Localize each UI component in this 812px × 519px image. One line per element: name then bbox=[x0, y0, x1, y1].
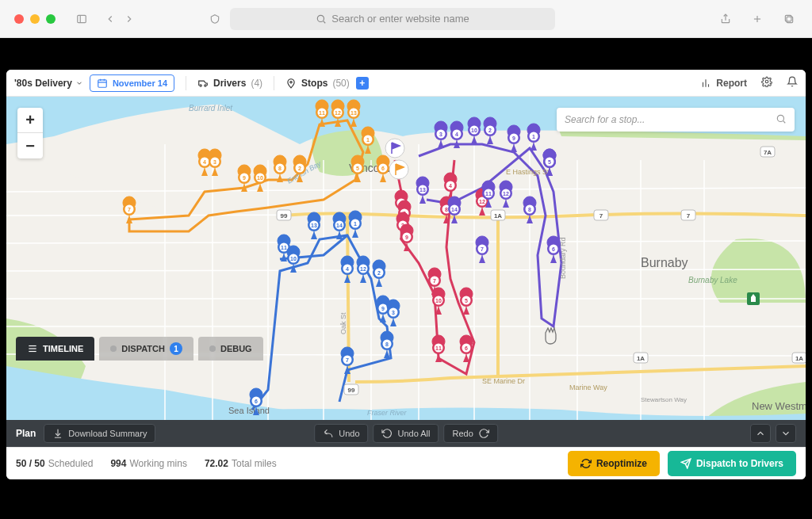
expand-button[interactable] bbox=[776, 424, 796, 443]
new-tab-icon[interactable] bbox=[749, 10, 766, 28]
svg-text:2: 2 bbox=[298, 166, 301, 171]
map-label: Burrard Inlet bbox=[189, 104, 233, 113]
svg-text:99: 99 bbox=[281, 212, 288, 219]
depot-flag[interactable] bbox=[385, 139, 404, 158]
tab-debug[interactable]: DEBUG bbox=[198, 337, 263, 361]
dot-icon bbox=[110, 345, 117, 352]
undo-all-icon bbox=[382, 428, 393, 439]
map-label: Fraser River bbox=[367, 409, 408, 417]
svg-point-217 bbox=[777, 115, 783, 121]
map-canvas[interactable]: Burnaby Burnaby Lake New Westminster Sea… bbox=[6, 97, 806, 420]
chevron-up-icon bbox=[755, 428, 766, 439]
stop-search-input[interactable]: Search for a stop... bbox=[557, 108, 795, 132]
svg-text:8: 8 bbox=[278, 166, 282, 171]
dispatch-button[interactable]: Dispatch to Drivers bbox=[668, 451, 796, 476]
add-stop-button[interactable]: + bbox=[356, 77, 369, 90]
tab-dispatch-badge: 1 bbox=[170, 342, 182, 355]
nav-forward-icon[interactable] bbox=[121, 10, 138, 28]
undo-all-label: Undo All bbox=[398, 429, 431, 438]
stops-label: Stops bbox=[301, 78, 327, 89]
stop-search-placeholder: Search for a stop... bbox=[565, 114, 645, 125]
svg-text:5: 5 bbox=[548, 159, 551, 165]
nav-back-icon[interactable] bbox=[102, 10, 119, 28]
svg-text:8: 8 bbox=[528, 207, 531, 212]
svg-text:10: 10 bbox=[290, 256, 297, 261]
footer-bar: 50 / 50Scheduled 994Working mins 72.02To… bbox=[6, 447, 806, 479]
map-label: Burnaby bbox=[641, 256, 688, 269]
shield-icon[interactable] bbox=[206, 10, 224, 28]
chevron-down-icon bbox=[75, 79, 83, 87]
svg-rect-8 bbox=[785, 15, 791, 21]
chevron-down-icon bbox=[780, 428, 791, 439]
notifications-button[interactable] bbox=[787, 76, 798, 90]
svg-point-2 bbox=[318, 15, 324, 21]
tabs-overview-icon[interactable] bbox=[780, 10, 798, 28]
svg-line-218 bbox=[783, 120, 786, 123]
window-close[interactable] bbox=[14, 14, 24, 24]
map-label: E Hastings St bbox=[506, 168, 550, 176]
tab-dispatch[interactable]: DISPATCH 1 bbox=[99, 337, 193, 361]
send-icon bbox=[680, 458, 691, 469]
svg-text:6: 6 bbox=[381, 166, 385, 171]
date-label: November 14 bbox=[113, 78, 167, 88]
svg-point-14 bbox=[205, 84, 206, 86]
svg-rect-7 bbox=[787, 17, 793, 23]
settings-button[interactable] bbox=[761, 76, 772, 90]
zoom-in-button[interactable]: + bbox=[17, 108, 43, 133]
download-icon bbox=[52, 428, 63, 439]
svg-text:1A: 1A bbox=[795, 355, 803, 362]
svg-text:99: 99 bbox=[348, 387, 355, 394]
zoom-out-button[interactable]: − bbox=[17, 133, 43, 158]
drivers-selector[interactable]: Drivers (4) bbox=[197, 78, 262, 89]
share-icon[interactable] bbox=[717, 10, 734, 28]
undo-icon bbox=[323, 428, 334, 439]
reoptimize-label: Reoptimize bbox=[596, 458, 647, 469]
window-maximize[interactable] bbox=[46, 14, 56, 24]
redo-button[interactable]: Redo bbox=[443, 424, 497, 443]
svg-text:4: 4 bbox=[346, 266, 349, 272]
svg-text:1A: 1A bbox=[637, 355, 645, 362]
sidebar-toggle-icon[interactable] bbox=[73, 10, 90, 28]
collapse-button[interactable] bbox=[750, 424, 771, 443]
org-selector[interactable]: '80s Delivery bbox=[14, 78, 83, 89]
map-label: Sea Island bbox=[228, 406, 270, 415]
search-icon bbox=[776, 113, 787, 127]
svg-text:1A: 1A bbox=[494, 212, 502, 219]
metric-miles: 72.02Total miles bbox=[205, 458, 277, 469]
svg-text:2: 2 bbox=[488, 128, 492, 133]
pin-icon bbox=[285, 78, 297, 89]
svg-text:11: 11 bbox=[485, 191, 492, 197]
download-summary-button[interactable]: Download Summary bbox=[44, 424, 155, 443]
calendar-icon bbox=[97, 78, 108, 89]
bell-icon bbox=[787, 76, 798, 87]
report-label: Report bbox=[716, 78, 747, 89]
dot-icon bbox=[209, 345, 216, 352]
stops-selector[interactable]: Stops (50) bbox=[285, 78, 350, 89]
tab-timeline[interactable]: TIMELINE bbox=[16, 337, 94, 361]
dispatch-label: Dispatch to Drivers bbox=[696, 458, 783, 469]
svg-text:8: 8 bbox=[445, 207, 448, 212]
report-button[interactable]: Report bbox=[700, 78, 747, 89]
depot-flag[interactable] bbox=[389, 160, 408, 179]
window-minimize[interactable] bbox=[30, 14, 40, 24]
undo-all-button[interactable]: Undo All bbox=[373, 424, 439, 443]
undo-button[interactable]: Undo bbox=[314, 424, 368, 443]
svg-text:2: 2 bbox=[377, 270, 381, 276]
tab-dispatch-label: DISPATCH bbox=[121, 344, 165, 353]
tab-debug-label: DEBUG bbox=[220, 344, 252, 353]
bar-chart-icon bbox=[700, 78, 711, 89]
reoptimize-button[interactable]: Reoptimize bbox=[568, 451, 660, 476]
svg-text:14: 14 bbox=[451, 207, 458, 212]
date-picker[interactable]: November 14 bbox=[90, 74, 174, 92]
svg-text:7: 7 bbox=[128, 207, 131, 212]
svg-text:11: 11 bbox=[281, 245, 287, 250]
svg-text:11: 11 bbox=[435, 345, 442, 351]
svg-text:13: 13 bbox=[311, 223, 317, 228]
url-placeholder: Search or enter website name bbox=[331, 13, 469, 25]
metric-working: 994Working mins bbox=[110, 458, 187, 469]
view-tabs: TIMELINE DISPATCH 1 DEBUG bbox=[16, 337, 263, 361]
svg-text:5: 5 bbox=[465, 298, 468, 303]
url-bar[interactable]: Search or enter website name bbox=[230, 8, 555, 30]
window-controls bbox=[14, 14, 56, 24]
svg-text:7: 7 bbox=[599, 212, 603, 219]
